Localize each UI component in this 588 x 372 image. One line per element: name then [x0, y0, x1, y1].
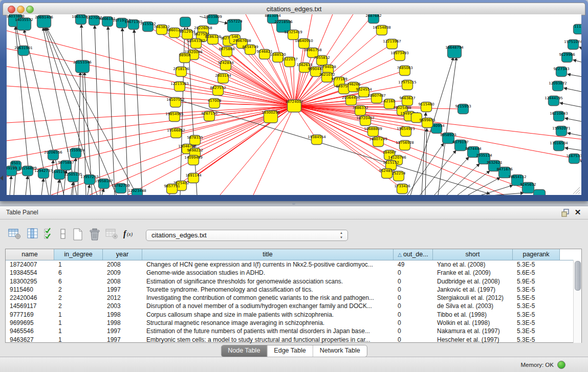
graph-node-label: 17975115: [398, 80, 417, 84]
graph-node-label: 16961758: [303, 48, 322, 52]
black-citation-edge[interactable]: [564, 88, 581, 93]
table-cell: 0: [394, 294, 433, 302]
tab-network-table[interactable]: Network Table: [313, 345, 367, 357]
window-titlebar[interactable]: citations_edges.txt: [3, 3, 585, 15]
black-citation-edge[interactable]: [580, 161, 581, 165]
table-cell: 1: [54, 311, 103, 319]
black-citation-edge[interactable]: [57, 180, 59, 195]
black-citation-edge[interactable]: [565, 118, 581, 123]
red-citation-edge[interactable]: [226, 65, 294, 106]
splitter-handle[interactable]: [292, 203, 295, 205]
function-builder-icon[interactable]: f(x): [123, 228, 137, 242]
graph-node-label: 184067: [383, 150, 397, 155]
table-cell: 19384554: [6, 269, 54, 277]
table-cell: 2009: [103, 269, 142, 277]
graph-node-label: 8267150: [201, 112, 217, 116]
table-cell: 6: [54, 277, 103, 286]
table-panel-body: f(x) citations_edges.txt ▲▼ namein_degre…: [0, 220, 588, 372]
black-citation-edge[interactable]: [81, 25, 86, 195]
black-citation-edge[interactable]: [434, 157, 469, 195]
black-citation-edge[interactable]: [560, 103, 581, 108]
tab-node-table[interactable]: Node Table: [221, 345, 267, 357]
table-row[interactable]: 1456911722003Disruption of a novel membe…: [6, 302, 581, 310]
graph-node-label: 22218506: [274, 20, 293, 24]
black-citation-edge[interactable]: [491, 193, 524, 195]
graph-node-label: 18724007: [285, 100, 303, 104]
graph-node-label: 12093872: [549, 81, 567, 85]
graph-node[interactable]: [180, 17, 191, 27]
graph-node-label: 14035572: [15, 18, 33, 22]
table-cell: 9463627: [6, 336, 54, 344]
black-citation-edge[interactable]: [568, 74, 581, 78]
vertical-scrollbar[interactable]: [573, 260, 581, 343]
black-citation-edge[interactable]: [579, 47, 581, 51]
table-row[interactable]: 969969511998Structural magnetic resonanc…: [6, 319, 581, 327]
red-citation-edge[interactable]: [294, 106, 405, 145]
table-cell: Tibbo et al. (1998): [433, 311, 513, 319]
table-row[interactable]: 946554611997Estimation of the future num…: [6, 327, 581, 335]
new-table-icon[interactable]: [72, 228, 86, 242]
table-row[interactable]: 1938455462009Genome-wide association stu…: [6, 269, 581, 277]
window-title: citations_edges.txt: [3, 3, 585, 15]
table-row[interactable]: 1872400712008Changes of HCN gene express…: [6, 260, 581, 269]
black-citation-edge[interactable]: [568, 133, 581, 137]
table-cell: 9465546: [6, 327, 54, 335]
black-citation-edge[interactable]: [41, 179, 43, 195]
black-citation-edge[interactable]: [565, 148, 581, 151]
black-citation-edge[interactable]: [420, 150, 456, 195]
table-cell: 5.9E-5: [513, 277, 560, 286]
close-panel-icon[interactable]: ✕: [574, 208, 582, 217]
red-citation-edge[interactable]: [7, 67, 294, 106]
table-selector-dropdown[interactable]: citations_edges.txt ▲▼: [146, 230, 348, 241]
black-citation-edge[interactable]: [95, 26, 100, 195]
black-citation-edge[interactable]: [573, 60, 581, 64]
black-citation-edge[interactable]: [457, 171, 490, 195]
column-header-in-degree[interactable]: in_degree: [54, 249, 103, 260]
column-header-pagerank[interactable]: pagerank: [513, 249, 560, 260]
tab-edge-table[interactable]: Edge Table: [267, 345, 312, 357]
red-citation-edge[interactable]: [7, 106, 294, 123]
column-header-name[interactable]: name: [6, 249, 54, 260]
graph-node-label: 98908: [179, 53, 190, 57]
table-cell: 0: [394, 286, 433, 294]
column-header-short[interactable]: short: [433, 249, 513, 260]
table-row[interactable]: 911546021997Tourette syndrome. Phenomeno…: [6, 286, 581, 294]
attribute-table: namein_degreeyeartitle△out_de...shortpag…: [5, 249, 582, 343]
graph-node-label: 16154838: [373, 26, 391, 30]
scrollbar-thumb[interactable]: [575, 261, 581, 291]
table-row[interactable]: 2242004622012Investigating the contribut…: [6, 294, 581, 302]
table-settings-icon[interactable]: [8, 228, 23, 242]
red-citation-edge[interactable]: [293, 35, 294, 106]
black-citation-edge[interactable]: [108, 27, 115, 195]
table-row[interactable]: 977716911998Corpus callosum shape and si…: [6, 311, 581, 319]
select-rows-icon[interactable]: [44, 228, 58, 242]
black-citation-edge[interactable]: [10, 176, 11, 195]
table-row[interactable]: 1830029562008Estimation of significance …: [6, 277, 581, 286]
graph-node-label: 1167533: [566, 154, 581, 158]
red-citation-edge[interactable]: [294, 104, 389, 106]
black-citation-edge[interactable]: [134, 30, 142, 195]
network-graph[interactable]: 1603380914035572206914061065328715270026…: [7, 14, 581, 195]
red-citation-edge[interactable]: [7, 106, 294, 177]
resize-grip-icon[interactable]: [578, 192, 580, 194]
show-columns-icon[interactable]: [27, 228, 41, 242]
table-cell: 9777169: [6, 311, 54, 319]
column-header-title[interactable]: title: [142, 249, 394, 260]
black-citation-edge[interactable]: [467, 178, 500, 195]
table-row[interactable]: 946362711997Embryonic stem cells: a mode…: [6, 336, 581, 344]
graph-node[interactable]: [534, 190, 546, 195]
graph-node-label: 252254: [392, 171, 406, 176]
red-citation-edge[interactable]: [294, 106, 581, 139]
float-panel-icon[interactable]: [561, 209, 570, 217]
column-header-out-de[interactable]: △out_de...: [394, 249, 433, 260]
graph-node-label: 1112: [574, 25, 581, 29]
black-citation-edge[interactable]: [88, 185, 90, 195]
black-citation-edge[interactable]: [446, 164, 480, 195]
table-cell: 22420046: [6, 294, 54, 302]
network-graph-canvas[interactable]: 1603380914035572206914061065328715270026…: [7, 14, 581, 195]
panel-collapse-arrow-icon[interactable]: [0, 176, 3, 181]
black-citation-edge[interactable]: [26, 176, 28, 195]
column-header-year[interactable]: year: [103, 249, 142, 260]
delete-rows-icon[interactable]: [88, 228, 102, 242]
black-citation-edge[interactable]: [102, 189, 104, 195]
